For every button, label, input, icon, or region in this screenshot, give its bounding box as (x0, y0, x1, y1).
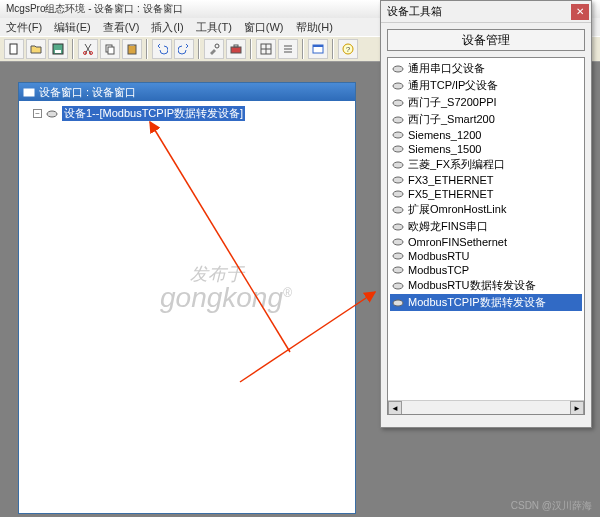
toolbar-separator (72, 39, 74, 59)
svg-rect-7 (128, 45, 136, 54)
list-item-label: 三菱_FX系列编程口 (408, 157, 505, 172)
svg-text:?: ? (346, 45, 351, 54)
svg-point-22 (393, 117, 403, 123)
close-icon[interactable]: ✕ (571, 4, 589, 20)
toolbar-separator (250, 39, 252, 59)
device-item-icon (392, 281, 404, 291)
device-management-button[interactable]: 设备管理 (387, 29, 585, 51)
svg-rect-10 (231, 47, 241, 53)
menu-edit[interactable]: 编辑(E) (54, 20, 91, 34)
svg-point-31 (393, 253, 403, 259)
list-item-label: 扩展OmronHostLink (408, 202, 506, 217)
scroll-left-icon[interactable]: ◄ (388, 401, 402, 415)
svg-point-3 (84, 52, 87, 55)
device-toolbox: 设备工具箱 ✕ 设备管理 通用串口父设备通用TCP/IP父设备西门子_S7200… (380, 0, 592, 428)
svg-point-25 (393, 162, 403, 168)
list-item[interactable]: 通用TCP/IP父设备 (390, 77, 582, 94)
list-item[interactable]: 通用串口父设备 (390, 60, 582, 77)
menu-file[interactable]: 文件(F) (6, 20, 42, 34)
list-item[interactable]: 三菱_FX系列编程口 (390, 156, 582, 173)
tool-redo-icon[interactable] (174, 39, 194, 59)
device-item-icon (392, 81, 404, 91)
svg-point-26 (393, 177, 403, 183)
tool-toolbox-icon[interactable] (226, 39, 246, 59)
scroll-right-icon[interactable]: ► (570, 401, 584, 415)
device-item-icon (392, 160, 404, 170)
svg-point-32 (393, 267, 403, 273)
tool-list-icon[interactable] (278, 39, 298, 59)
list-item[interactable]: ModbusRTU数据转发设备 (390, 277, 582, 294)
menu-insert[interactable]: 插入(I) (151, 20, 183, 34)
tool-save-icon[interactable] (48, 39, 68, 59)
device-tree-node[interactable]: − 设备1--[ModbusTCPIP数据转发设备] (33, 105, 351, 122)
list-item[interactable]: 西门子_S7200PPI (390, 94, 582, 111)
list-item-label: Siemens_1500 (408, 143, 481, 155)
list-item[interactable]: 西门子_Smart200 (390, 111, 582, 128)
svg-point-28 (393, 207, 403, 213)
svg-point-30 (393, 239, 403, 245)
list-item-label: 西门子_S7200PPI (408, 95, 497, 110)
svg-rect-17 (24, 89, 34, 96)
device-item-icon (392, 205, 404, 215)
list-item-label: Siemens_1200 (408, 129, 481, 141)
svg-point-21 (393, 100, 403, 106)
list-item-label: ModbusRTU数据转发设备 (408, 278, 536, 293)
svg-rect-8 (130, 44, 134, 46)
list-item[interactable]: 欧姆龙FINS串口 (390, 218, 582, 235)
list-item[interactable]: Siemens_1500 (390, 142, 582, 156)
tool-cut-icon[interactable] (78, 39, 98, 59)
toolbar-separator (302, 39, 304, 59)
menu-view[interactable]: 查看(V) (103, 20, 140, 34)
device-node-icon (46, 108, 58, 120)
device-item-icon (392, 251, 404, 261)
menu-window[interactable]: 窗口(W) (244, 20, 284, 34)
tree-expander-icon[interactable]: − (33, 109, 42, 118)
list-item[interactable]: ModbusRTU (390, 249, 582, 263)
list-item-label: OmronFINSethernet (408, 236, 507, 248)
list-item[interactable]: ModbusTCPIP数据转发设备 (390, 294, 582, 311)
svg-rect-11 (234, 45, 238, 47)
list-item-label: ModbusRTU (408, 250, 470, 262)
list-item[interactable]: OmronFINSethernet (390, 235, 582, 249)
list-item[interactable]: Siemens_1200 (390, 128, 582, 142)
svg-point-18 (47, 111, 57, 117)
list-item[interactable]: FX5_ETHERNET (390, 187, 582, 201)
tool-help-icon[interactable]: ? (338, 39, 358, 59)
menu-help[interactable]: 帮助(H) (296, 20, 333, 34)
scroll-track[interactable] (402, 401, 570, 414)
tool-grid-icon[interactable] (256, 39, 276, 59)
list-item[interactable]: FX3_ETHERNET (390, 173, 582, 187)
list-item[interactable]: 扩展OmronHostLink (390, 201, 582, 218)
svg-rect-0 (10, 44, 17, 54)
tool-window-icon[interactable] (308, 39, 328, 59)
list-item[interactable]: ModbusTCP (390, 263, 582, 277)
device-item-icon (392, 298, 404, 308)
toolbar-separator (332, 39, 334, 59)
tool-open-icon[interactable] (26, 39, 46, 59)
svg-point-19 (393, 66, 403, 72)
device-window-titlebar[interactable]: 设备窗口 : 设备窗口 (19, 83, 355, 101)
device-item-icon (392, 175, 404, 185)
toolbox-titlebar[interactable]: 设备工具箱 ✕ (381, 1, 591, 23)
tool-undo-icon[interactable] (152, 39, 172, 59)
svg-point-4 (90, 52, 93, 55)
device-item-icon (392, 115, 404, 125)
list-item-label: 通用串口父设备 (408, 61, 485, 76)
svg-point-24 (393, 146, 403, 152)
tool-tools-icon[interactable] (204, 39, 224, 59)
list-item-label: FX5_ETHERNET (408, 188, 494, 200)
tool-paste-icon[interactable] (122, 39, 142, 59)
device-item-icon (392, 64, 404, 74)
device-window-icon (23, 86, 35, 98)
svg-point-34 (393, 300, 403, 306)
svg-point-33 (393, 283, 403, 289)
horizontal-scrollbar[interactable]: ◄ ► (388, 400, 584, 414)
list-item-label: ModbusTCP (408, 264, 469, 276)
svg-rect-2 (55, 50, 61, 53)
tool-copy-icon[interactable] (100, 39, 120, 59)
list-item-label: ModbusTCPIP数据转发设备 (408, 295, 546, 310)
menu-tools[interactable]: 工具(T) (196, 20, 232, 34)
toolbar-separator (146, 39, 148, 59)
svg-point-23 (393, 132, 403, 138)
tool-new-icon[interactable] (4, 39, 24, 59)
